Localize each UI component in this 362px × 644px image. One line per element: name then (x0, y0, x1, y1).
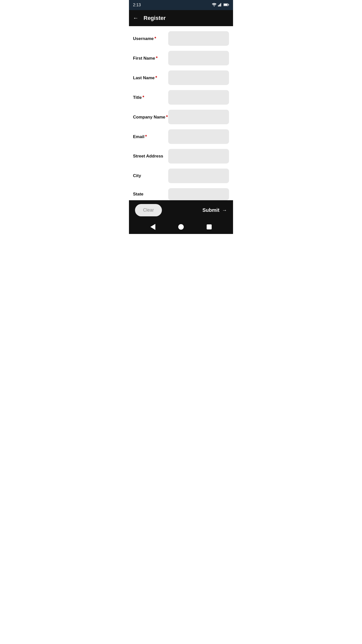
form-row-firstname: First Name* (133, 51, 229, 65)
submit-arrow-icon: → (222, 207, 227, 213)
svg-rect-0 (218, 5, 219, 6)
back-button[interactable]: ← (133, 15, 139, 21)
form-row-email: Email* (133, 129, 229, 144)
status-bar: 2:13 (129, 0, 233, 10)
lastname-label: Last Name* (133, 75, 168, 80)
navigation-bar (129, 220, 233, 234)
svg-rect-3 (220, 3, 221, 6)
streetaddress-input[interactable] (168, 149, 229, 164)
firstname-label: First Name* (133, 56, 168, 61)
companyname-required: * (166, 114, 168, 119)
title-label: Title* (133, 95, 168, 100)
firstname-input[interactable] (168, 51, 229, 65)
svg-rect-1 (219, 5, 219, 7)
form-row-username: Username* (133, 31, 229, 46)
email-label: Email* (133, 134, 168, 139)
submit-label: Submit (202, 207, 219, 213)
email-input[interactable] (168, 129, 229, 144)
form-row-streetaddress: Street Address (133, 149, 229, 164)
svg-rect-6 (229, 4, 229, 6)
form-row-lastname: Last Name* (133, 70, 229, 85)
form-row-city: City (133, 169, 229, 183)
city-label: City (133, 173, 168, 178)
lastname-input[interactable] (168, 70, 229, 85)
city-input[interactable] (168, 169, 229, 183)
nav-recents-button[interactable] (207, 224, 212, 229)
title-input[interactable] (168, 90, 229, 105)
state-label: State (133, 192, 168, 197)
battery-icon (223, 3, 229, 7)
svg-rect-2 (220, 4, 220, 6)
firstname-required: * (156, 56, 158, 61)
recents-square-icon (207, 224, 212, 229)
status-time: 2:13 (133, 3, 141, 7)
lastname-required: * (155, 75, 157, 80)
form-container: Username* First Name* Last Name* Title* … (129, 26, 233, 200)
username-label: Username* (133, 36, 168, 41)
title-required: * (143, 95, 144, 100)
state-input[interactable] (168, 188, 229, 200)
back-triangle-icon (150, 224, 155, 230)
submit-button[interactable]: Submit → (202, 207, 227, 213)
status-icons (212, 3, 229, 7)
username-input[interactable] (168, 31, 229, 46)
wifi-icon (212, 3, 216, 7)
username-required: * (154, 36, 156, 41)
form-row-title: Title* (133, 90, 229, 105)
companyname-input[interactable] (168, 110, 229, 124)
svg-rect-5 (224, 4, 228, 6)
email-required: * (145, 134, 147, 139)
bottom-action-bar: Clear Submit → (129, 200, 233, 220)
clear-button[interactable]: Clear (135, 204, 162, 216)
form-row-companyname: Company Name* (133, 110, 229, 124)
form-row-state: State (133, 188, 229, 200)
nav-back-button[interactable] (150, 224, 155, 230)
home-circle-icon (178, 224, 184, 230)
page-title: Register (144, 15, 166, 21)
streetaddress-label: Street Address (133, 154, 168, 159)
signal-icon (218, 3, 222, 7)
companyname-label: Company Name* (133, 114, 168, 120)
nav-home-button[interactable] (178, 224, 184, 230)
app-bar: ← Register (129, 10, 233, 26)
